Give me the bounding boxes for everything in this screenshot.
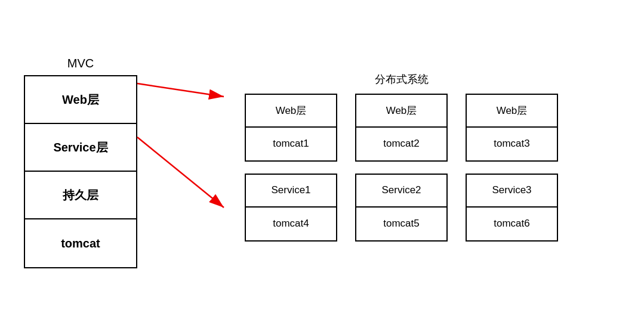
dist-box-tomcat1: Web层 tomcat1 [245, 94, 337, 162]
arrow-web [137, 83, 224, 97]
dist-web2-top: Web层 [356, 95, 446, 128]
mvc-section: MVC Web层 Service层 持久层 tomcat [24, 57, 137, 268]
arrow-service [137, 137, 224, 208]
dist-web3-top: Web层 [467, 95, 557, 128]
web-dist-row: Web层 tomcat1 Web层 tomcat2 Web层 t [245, 94, 558, 162]
diagram-container: MVC Web层 Service层 持久层 tomcat [0, 0, 644, 325]
mvc-title: MVC [67, 57, 94, 70]
dist-web1-bottom: tomcat1 [246, 128, 336, 160]
mvc-row-web: Web层 [25, 76, 136, 124]
dist-svc1-bottom: tomcat4 [246, 208, 336, 240]
mvc-row-tomcat: tomcat [25, 219, 136, 267]
dist-box-tomcat6: Service3 tomcat6 [466, 174, 558, 242]
dist-svc2-top: Service2 [356, 175, 446, 208]
distributed-section: 分布式系统 Web层 tomcat1 Web层 tomcat2 [245, 72, 558, 253]
dist-svc2-bottom: tomcat5 [356, 208, 446, 240]
mvc-row-service: Service层 [25, 124, 136, 172]
dist-web1-top: Web层 [246, 95, 336, 128]
dist-svc3-bottom: tomcat6 [467, 208, 557, 240]
dist-box-tomcat2: Web层 tomcat2 [355, 94, 448, 162]
mvc-row-persist: 持久层 [25, 172, 136, 219]
mvc-box: Web层 Service层 持久层 tomcat [24, 75, 137, 268]
dist-box-tomcat3: Web层 tomcat3 [466, 94, 558, 162]
dist-web3-bottom: tomcat3 [467, 128, 557, 160]
dist-box-tomcat4: Service1 tomcat4 [245, 174, 337, 242]
dist-svc3-top: Service3 [467, 175, 557, 208]
dist-box-tomcat5: Service2 tomcat5 [355, 174, 448, 242]
dist-svc1-top: Service1 [246, 175, 336, 208]
distributed-title: 分布式系统 [375, 72, 429, 86]
service-dist-row: Service1 tomcat4 Service2 tomcat5 Servic… [245, 174, 558, 242]
dist-web2-bottom: tomcat2 [356, 128, 446, 160]
